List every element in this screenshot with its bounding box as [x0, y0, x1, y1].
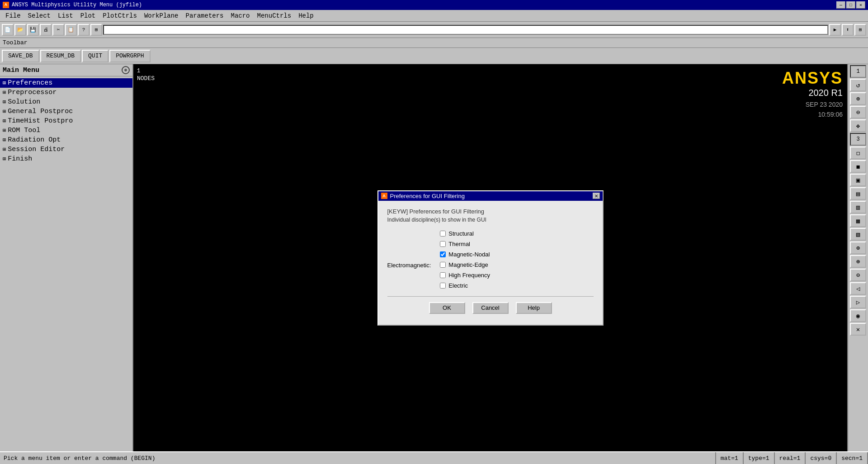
- sidebar-list: ⊞ Preferences ⊞ Preprocessor ⊞ Solution …: [0, 76, 132, 166]
- thermal-checkbox[interactable]: [440, 241, 446, 247]
- right-btn-zoom-out2[interactable]: ⊖: [850, 269, 866, 281]
- menu-help[interactable]: Help: [295, 11, 317, 20]
- window-controls: — □ ✕: [836, 1, 865, 9]
- resum-db-button[interactable]: RESUM_DB: [40, 50, 81, 62]
- right-btn-right[interactable]: ▤: [850, 187, 866, 200]
- right-btn-bottom[interactable]: ▦: [850, 214, 866, 227]
- right-btn-zoom-in[interactable]: ⊕: [850, 92, 866, 105]
- sidebar-label-timehist-postpro: TimeHist Postpro: [8, 117, 73, 125]
- sidebar-item-rom-tool[interactable]: ⊞ ROM Tool: [0, 126, 132, 135]
- prefix-timehist-postpro: ⊞: [3, 118, 6, 124]
- right-btn-animate[interactable]: ◉: [850, 309, 866, 322]
- dialog-title-icon: A: [381, 193, 387, 199]
- sidebar-item-session-editor[interactable]: ⊞ Session Editor: [0, 145, 132, 154]
- right-btn-zoom-fit[interactable]: ⊕: [850, 255, 866, 268]
- main-menu-icon[interactable]: ⊗: [122, 66, 130, 74]
- dialog-checkboxes: Structural Thermal Magnetic-Nodal: [440, 230, 490, 289]
- toolbar-help-btn[interactable]: ?: [78, 24, 90, 36]
- prefix-session-editor: ⊞: [3, 146, 6, 153]
- sidebar-item-radiation-opt[interactable]: ⊞ Radiation Opt: [0, 135, 132, 145]
- right-panel: 1 ↺ ⊕ ⊖ ✥ 3 ◻ ◼ ▣ ▤ ▥ ▦ ▧ ⊕ ⊕ ⊖ ◁ ▷ ◉ ✕: [847, 64, 868, 451]
- sidebar-item-solution[interactable]: ⊞ Solution: [0, 97, 132, 107]
- checkbox-magnetic-nodal: Magnetic-Nodal: [440, 251, 490, 258]
- dialog-labels: Electromagnetic:: [387, 230, 431, 289]
- preferences-dialog: A Preferences for GUI Filtering ✕ [KEYW]…: [377, 190, 604, 326]
- quit-button[interactable]: QUIT: [82, 50, 108, 62]
- right-btn-prev-left[interactable]: ◁: [850, 282, 866, 295]
- right-btn-front[interactable]: ◼: [850, 160, 866, 173]
- checkbox-high-frequency: High Frequency: [440, 272, 490, 279]
- sidebar-item-preprocessor[interactable]: ⊞ Preprocessor: [0, 88, 132, 97]
- structural-checkbox[interactable]: [440, 231, 446, 237]
- menu-plot[interactable]: Plot: [77, 11, 99, 20]
- right-btn-iso[interactable]: ◻: [850, 147, 866, 159]
- right-btn-reset[interactable]: ✕: [850, 323, 866, 336]
- minimize-button[interactable]: —: [836, 1, 845, 9]
- sidebar-item-general-postproc[interactable]: ⊞ General Postproc: [0, 107, 132, 116]
- db-buttons-row: SAVE_DB RESUM_DB QUIT POWRGRPH: [0, 48, 868, 64]
- status-csys: csys=0: [806, 452, 837, 464]
- high-frequency-checkbox[interactable]: [440, 272, 446, 278]
- toolbar-label-row: Toolbar: [0, 38, 868, 48]
- menu-menuctrls[interactable]: MenuCtrls: [254, 11, 295, 20]
- right-btn-pan[interactable]: ✥: [850, 119, 866, 132]
- toolbar-save-btn[interactable]: 💾: [27, 24, 39, 36]
- powrgrph-button[interactable]: POWRGRPH: [109, 50, 150, 62]
- sidebar-label-session-editor: Session Editor: [8, 146, 65, 153]
- magnetic-nodal-checkbox[interactable]: [440, 251, 446, 257]
- menu-plotctrls[interactable]: PlotCtrls: [99, 11, 141, 20]
- toolbar-grid-btn[interactable]: ⊞: [90, 24, 102, 36]
- sidebar-item-finish[interactable]: ⊞ Finish: [0, 154, 132, 164]
- checkbox-structural: Structural: [440, 230, 490, 237]
- prefix-preferences: ⊞: [3, 80, 6, 86]
- magnetic-edge-checkbox[interactable]: [440, 262, 446, 268]
- toolbar-right2[interactable]: ⬆: [842, 24, 854, 36]
- menu-select[interactable]: Select: [24, 11, 54, 20]
- right-btn-zoom-area[interactable]: ⊕: [850, 241, 866, 254]
- menu-file[interactable]: File: [2, 11, 24, 20]
- sidebar-label-preferences: Preferences: [8, 79, 52, 87]
- close-button[interactable]: ✕: [856, 1, 865, 9]
- toolbar-open-btn[interactable]: 📂: [14, 24, 26, 36]
- checkbox-magnetic-edge: Magnetic-Edge: [440, 261, 490, 268]
- toolbar-print-btn[interactable]: 🖨: [40, 24, 52, 36]
- toolbar-label: Toolbar: [3, 39, 28, 46]
- menu-workplane[interactable]: WorkPlane: [141, 11, 182, 20]
- right-btn-rotate[interactable]: ↺: [850, 79, 866, 91]
- high-frequency-label: High Frequency: [448, 272, 490, 279]
- toolbar-btn5[interactable]: ✂: [52, 24, 64, 36]
- electric-checkbox[interactable]: [440, 283, 446, 289]
- checkbox-thermal: Thermal: [440, 241, 490, 247]
- dialog-help-button[interactable]: Help: [516, 302, 552, 314]
- maximize-button[interactable]: □: [846, 1, 855, 9]
- sidebar-item-preferences[interactable]: ⊞ Preferences: [0, 78, 132, 88]
- sidebar-label-finish: Finish: [8, 155, 32, 163]
- menu-bar: File Select List Plot PlotCtrls WorkPlan…: [0, 10, 868, 22]
- dialog-form: Electromagnetic: Structural Thermal: [387, 230, 594, 289]
- menu-list[interactable]: List: [54, 11, 77, 20]
- dialog-ok-button[interactable]: OK: [429, 302, 465, 314]
- menu-parameters[interactable]: Parameters: [182, 11, 227, 20]
- dialog-keyw-label: [KEYW] Preferences for GUI Filtering: [387, 208, 594, 215]
- status-bar: Pick a menu item or enter a command (BEG…: [0, 451, 868, 464]
- dialog-close-button[interactable]: ✕: [593, 193, 600, 199]
- dropdown-3[interactable]: 3: [850, 133, 866, 146]
- toolbar-right3[interactable]: ⊞: [854, 24, 866, 36]
- right-btn-top[interactable]: ▣: [850, 174, 866, 186]
- right-btn-prev-right[interactable]: ▷: [850, 296, 866, 308]
- toolbar-new-btn[interactable]: 📄: [2, 24, 14, 36]
- toolbar-right1[interactable]: ▶: [829, 24, 841, 36]
- dropdown-1[interactable]: 1: [850, 65, 866, 78]
- right-btn-zoom-out[interactable]: ⊖: [850, 106, 866, 118]
- prefix-finish: ⊞: [3, 156, 6, 162]
- right-btn-left[interactable]: ▧: [850, 228, 866, 241]
- toolbar-btn6[interactable]: 📋: [65, 24, 77, 36]
- toolbar-input[interactable]: [103, 25, 828, 35]
- right-btn-back[interactable]: ▥: [850, 201, 866, 213]
- save-db-button[interactable]: SAVE_DB: [2, 50, 39, 62]
- sidebar-item-timehist-postpro[interactable]: ⊞ TimeHist Postpro: [0, 116, 132, 126]
- checkbox-electric: Electric: [440, 282, 490, 289]
- dialog-cancel-button[interactable]: Cancel: [472, 302, 509, 314]
- prefix-solution: ⊞: [3, 99, 6, 105]
- menu-macro[interactable]: Macro: [227, 11, 254, 20]
